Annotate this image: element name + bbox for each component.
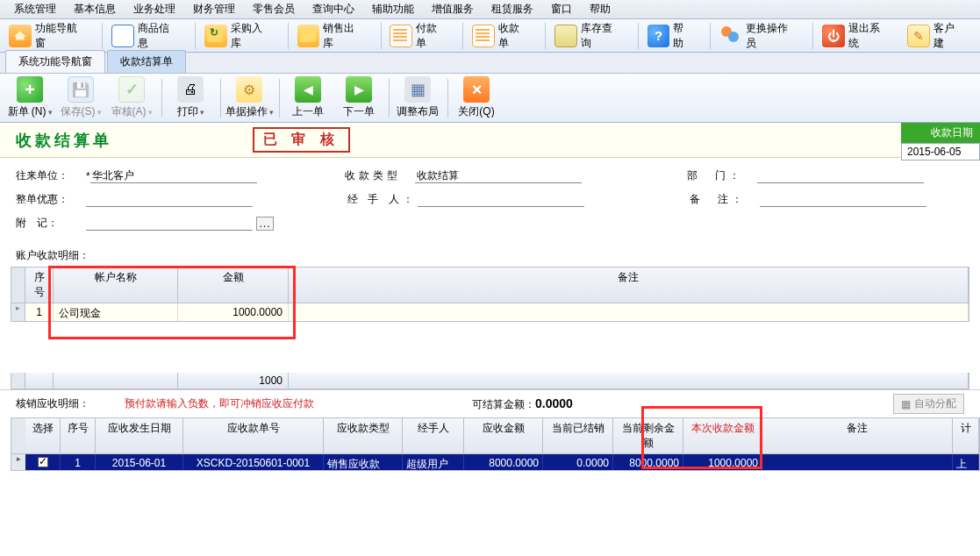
goods-info-button[interactable]: 商品信息 [106,19,184,53]
receipt-button[interactable]: 收款单 [467,19,534,53]
doc-ops-button[interactable]: 单据操作 [225,76,274,119]
stock-query-button[interactable]: 库存查询 [549,19,627,53]
help-icon [647,25,670,47]
home-icon [9,25,32,47]
new-button[interactable]: 新单 (N) [5,76,54,119]
menu-bar: 系统管理 基本信息 业务处理 财务管理 零售会员 查询中心 辅助功能 增值服务 … [0,0,980,19]
col-seq[interactable]: 序号 [61,418,96,453]
menu-finance[interactable]: 财务管理 [184,0,244,18]
plus-icon [17,76,43,103]
col-handler[interactable]: 经手人 [403,418,464,453]
prev-doc-button[interactable]: 上一单 [283,76,333,119]
row-account[interactable]: 公司现金 [54,303,178,321]
stock-icon [554,25,577,47]
dept-input[interactable] [757,168,924,183]
auto-allocate-button[interactable]: 自动分配 [893,394,964,414]
offset-section-label: 核销应收明细： [16,396,89,411]
doc-pay-icon [390,25,412,47]
offset-bar: 核销应收明细： 预付款请输入负数，即可冲销应收应付款 可结算金额：0.0000 … [0,389,980,417]
menu-aux[interactable]: 辅助功能 [363,0,423,18]
discount-input[interactable] [86,192,253,207]
row-amount[interactable]: 1000.0000 [178,303,289,321]
purchase-in-button[interactable]: 采购入库 [199,19,277,53]
gear-icon [236,76,262,103]
col-select[interactable]: 选择 [25,418,61,453]
unit-input[interactable] [90,168,257,183]
nav-window-button[interactable]: 功能导航窗 [4,19,91,53]
col-remain[interactable]: 当前剩余金额 [613,418,683,453]
document-header: 收款结算单 已 审 核 收款日期 [0,123,980,158]
form-area: 往来单位：* 收款类型 部 门： 整单优惠： 经 手 人： 备 注： 附 记：.… [0,158,980,245]
print-icon [177,76,204,103]
folder-in-icon [204,25,227,47]
main-toolbar: 功能导航窗 商品信息 采购入库 销售出库 付款单 收款单 库存查询 帮助 更换操… [0,19,980,53]
account-grid: 序号 帐户名称 金额 备注 ▸ 1 公司现金 1000.0000 [11,267,969,322]
audit-button: 审核(A) [107,76,156,119]
col-docnum[interactable]: 应收款单号 [183,418,324,453]
col-time[interactable]: 计 [953,418,979,453]
attach-browse-button[interactable]: ... [256,217,274,231]
attach-label: 附 记： [16,216,86,231]
folder-out-icon [297,25,320,47]
col-date[interactable]: 应收发生日期 [96,418,183,453]
menu-basic[interactable]: 基本信息 [65,0,125,18]
audited-stamp: 已 审 核 [253,127,350,153]
switch-user-button[interactable]: 更换操作员 [714,19,802,53]
row-index: 1 [25,303,54,321]
col-settled[interactable]: 当前已结销 [543,418,613,453]
account-row[interactable]: ▸ 1 公司现金 1000.0000 [11,303,969,321]
menu-query[interactable]: 查询中心 [304,0,363,18]
close-icon [463,76,490,103]
receipt-date-input[interactable] [901,143,980,160]
col-this-receipt[interactable]: 本次收款金额 [683,418,762,453]
document-tabs: 系统功能导航窗 收款结算单 [0,53,980,74]
prev-icon [295,76,321,103]
menu-system[interactable]: 系统管理 [5,0,65,18]
tab-receipt-settlement[interactable]: 收款结算单 [107,50,186,73]
tab-nav-window[interactable]: 系统功能导航窗 [5,50,105,73]
next-doc-button[interactable]: 下一单 [334,76,383,119]
receivable-row[interactable]: ▸ 1 2015-06-01 XSCKD-20150601-0001 销售应收款… [11,454,979,470]
menu-window[interactable]: 窗口 [542,0,581,18]
menu-biz[interactable]: 业务处理 [125,0,184,18]
col-receivable[interactable]: 应收金额 [464,418,543,453]
account-total-row: 1000 [11,373,969,389]
col-note[interactable]: 备注 [289,267,969,303]
col-amount[interactable]: 金额 [178,267,289,303]
row-note[interactable] [289,303,969,321]
menu-rent[interactable]: 租赁服务 [483,0,542,18]
settle-label: 可结算金额： [472,398,535,410]
row-checkbox[interactable] [38,457,48,467]
menu-retail[interactable]: 零售会员 [244,0,304,18]
col-type[interactable]: 应收款类型 [324,418,403,453]
discount-label: 整单优惠： [16,192,86,207]
attach-input[interactable] [86,216,253,231]
help-button[interactable]: 帮助 [642,19,699,53]
sale-out-button[interactable]: 销售出库 [292,19,370,53]
unit-label: 往来单位： [16,168,86,183]
power-icon [822,25,845,47]
account-total: 1000 [178,373,289,388]
handler-input[interactable] [418,192,584,207]
adjust-layout-button[interactable]: 调整布局 [393,76,442,119]
col-note2[interactable]: 备注 [762,418,953,453]
dept-label: 部 门： [687,168,757,183]
col-account[interactable]: 帐户名称 [54,267,178,303]
payment-button[interactable]: 付款单 [384,19,452,53]
col-index[interactable]: 序号 [25,267,54,303]
check-icon [118,76,145,103]
remark-input[interactable] [760,192,926,207]
print-button[interactable]: 打印 [166,76,215,119]
doc-receipt-icon [472,25,495,47]
prepay-hint: 预付款请输入负数，即可冲销应收应付款 [125,396,314,411]
receipt-type-input[interactable] [415,168,582,183]
menu-help[interactable]: 帮助 [581,0,619,18]
close-button[interactable]: 关闭(Q) [452,76,501,119]
exit-button[interactable]: 退出系统 [817,19,895,53]
handler-label: 经 手 人： [347,192,418,207]
menu-addon[interactable]: 增值服务 [423,0,483,18]
action-toolbar: 新单 (N) 保存(S) 审核(A) 打印 单据操作 上一单 下一单 调整布局 … [0,74,980,123]
save-icon [68,76,94,103]
receivable-grid: 选择 序号 应收发生日期 应收款单号 应收款类型 经手人 应收金额 当前已结销 … [11,417,980,471]
customer-button[interactable]: 客户建 [902,19,969,53]
